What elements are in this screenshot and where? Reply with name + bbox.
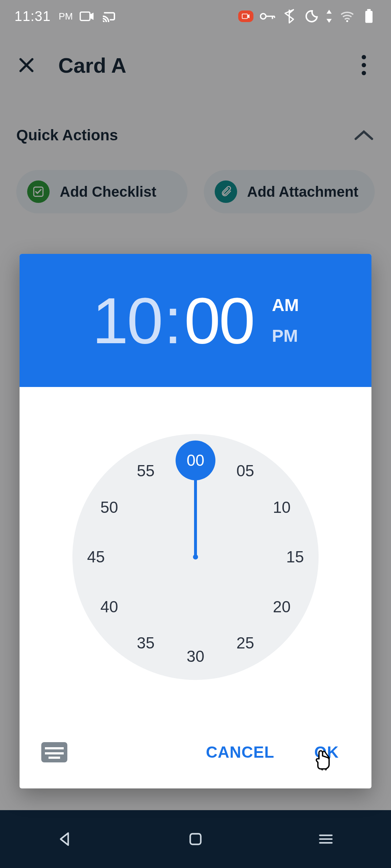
svg-point-4: [346, 20, 348, 22]
time-colon: :: [164, 283, 182, 358]
svg-rect-2: [242, 14, 248, 19]
recording-badge-icon: [238, 10, 253, 22]
dnd-moon-icon: [303, 10, 319, 22]
svg-point-3: [261, 14, 266, 19]
clock-number[interactable]: 45: [87, 548, 105, 566]
clock-number[interactable]: 35: [137, 634, 155, 652]
clock-number[interactable]: 25: [236, 634, 254, 652]
pointer-cursor-icon: [315, 749, 333, 770]
cancel-button[interactable]: CANCEL: [195, 736, 285, 769]
clock-center: [193, 554, 198, 559]
svg-rect-1: [80, 12, 90, 20]
pm-toggle[interactable]: PM: [272, 326, 299, 346]
time-picker-dialog: 10 : 00 AM PM 00 0510152025303540455055 …: [20, 254, 371, 788]
keyboard-input-icon[interactable]: [41, 742, 67, 762]
nav-home-icon[interactable]: [186, 830, 205, 848]
clock-number[interactable]: 10: [273, 498, 291, 516]
hour-display[interactable]: 10: [92, 283, 161, 358]
vpn-key-icon: [260, 10, 275, 22]
bluetooth-icon: [282, 10, 297, 22]
clock-number[interactable]: 20: [273, 598, 291, 616]
clock-number[interactable]: 30: [187, 647, 205, 665]
cast-icon: [101, 10, 116, 22]
clock-number[interactable]: 55: [137, 462, 155, 480]
wifi-icon: [340, 10, 355, 22]
status-bar: 11:31 PM: [0, 0, 391, 33]
clock-number[interactable]: 50: [100, 498, 118, 516]
screen-record-icon: [79, 10, 94, 22]
nav-back-icon[interactable]: [56, 830, 74, 848]
nav-recent-icon[interactable]: [317, 830, 335, 848]
data-icon: [325, 10, 333, 22]
status-time: 11:31: [14, 9, 51, 24]
svg-rect-7: [190, 834, 201, 844]
am-toggle[interactable]: AM: [272, 295, 299, 315]
battery-icon: [361, 10, 377, 22]
clock-number[interactable]: 40: [100, 598, 118, 616]
clock-face[interactable]: 00 0510152025303540455055: [72, 434, 319, 680]
svg-rect-6: [367, 9, 371, 11]
clock-number[interactable]: 05: [236, 462, 254, 480]
clock-number[interactable]: 15: [286, 548, 304, 566]
svg-rect-5: [365, 11, 373, 23]
status-ampm: PM: [59, 11, 73, 22]
minute-display[interactable]: 00: [184, 283, 254, 358]
clock-selected-marker: 00: [176, 441, 215, 480]
system-nav-bar: [0, 810, 391, 868]
time-picker-header: 10 : 00 AM PM: [20, 254, 371, 387]
